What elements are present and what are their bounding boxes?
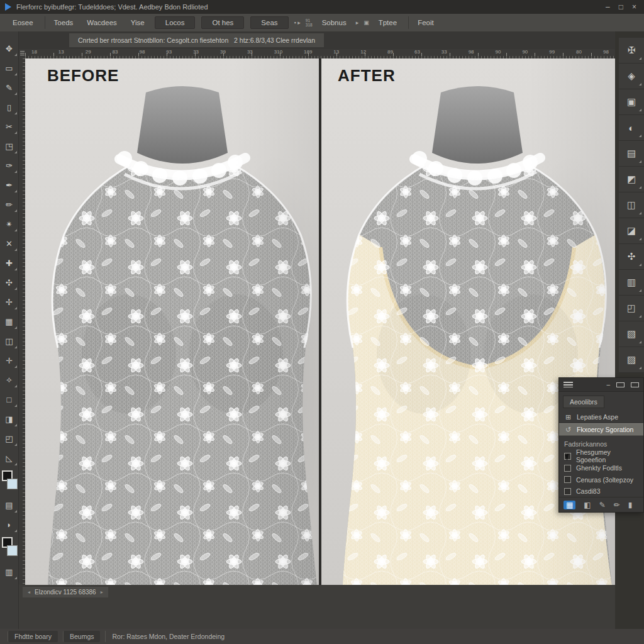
- tool-button[interactable]: ✴: [0, 214, 19, 234]
- tool-button[interactable]: ✛: [0, 351, 19, 370]
- status-bar-item[interactable]: Fhdtte boary: [8, 631, 58, 642]
- panel-toggle-button[interactable]: ◫: [619, 192, 644, 218]
- tool-button[interactable]: ✣: [0, 273, 19, 292]
- menu-item[interactable]: Ot hes: [201, 16, 244, 29]
- tool-button[interactable]: ▦: [0, 312, 19, 331]
- menu-item[interactable]: ▣: [362, 17, 371, 28]
- panel-toggle-button[interactable]: ◰: [619, 296, 644, 321]
- tool-icon: ✒: [6, 181, 13, 189]
- checkbox-row[interactable]: Ghenkty Fodltls: [559, 462, 643, 474]
- tool-button[interactable]: ✥: [0, 39, 19, 58]
- tool-button[interactable]: ✏: [0, 195, 19, 214]
- tool-button[interactable]: ▯: [0, 97, 19, 117]
- status-bar-item[interactable]: Beumgs: [63, 631, 101, 642]
- tool-button[interactable]: ✧: [0, 370, 19, 390]
- checkbox[interactable]: [564, 453, 571, 460]
- panel-toggle-button[interactable]: ▧: [619, 321, 644, 347]
- menu-item[interactable]: ▸: [354, 17, 361, 28]
- tool-button[interactable]: ▤: [0, 496, 19, 515]
- menu-item[interactable]: Locos: [155, 16, 196, 29]
- checkbox-row[interactable]: Fhesgumey Sgoeefion: [559, 450, 643, 462]
- panel-footer-icon[interactable]: ✎: [599, 501, 606, 509]
- menu-item[interactable]: Wacdees: [80, 16, 123, 29]
- next-arrow-icon[interactable]: ▸: [101, 589, 103, 595]
- menu-item[interactable]: Yise: [125, 16, 151, 29]
- ruler-number: 39: [220, 49, 226, 55]
- zoom-status-chip[interactable]: ◂ Elzondicv 1125 68386 ▸: [23, 587, 108, 597]
- tool-button[interactable]: ◫: [0, 331, 19, 351]
- panel-toggle-button[interactable]: ▤: [619, 141, 644, 167]
- document-tab[interactable]: Cnrted ber rtrosart Stnotbllon: Cesgolt.…: [69, 33, 324, 47]
- menu-item[interactable]: 91 318: [304, 18, 314, 27]
- panel-close-button[interactable]: [631, 382, 639, 387]
- panel-footer-icon[interactable]: ◧: [584, 501, 591, 509]
- panel-toggle-button[interactable]: ◐: [619, 115, 644, 141]
- menu-item[interactable]: Seas: [250, 16, 288, 29]
- panel-toggle-button[interactable]: ✠: [619, 38, 644, 64]
- ruler-number: 13: [333, 49, 339, 55]
- ruler-number: 33: [247, 49, 253, 55]
- panel-icon: ◈: [628, 70, 635, 82]
- panel-toggle-button[interactable]: ✣: [619, 244, 644, 270]
- panel-footer-icon[interactable]: ✏: [614, 501, 620, 509]
- menu-item[interactable]: Toeds: [45, 16, 80, 29]
- panel-footer-icon[interactable]: ▦: [564, 501, 575, 509]
- checkbox[interactable]: [564, 476, 571, 483]
- minimize-button[interactable]: –: [606, 3, 610, 11]
- tool-button[interactable]: □: [0, 390, 19, 409]
- maximize-button[interactable]: □: [619, 3, 623, 11]
- background-color-swatch[interactable]: [7, 479, 18, 489]
- action-icon: ⊞: [564, 413, 572, 421]
- color-swatches[interactable]: [0, 468, 19, 496]
- close-button[interactable]: ×: [632, 3, 636, 11]
- before-after-photo: [25, 58, 615, 585]
- tool-button[interactable]: ✎: [0, 78, 19, 97]
- checkbox[interactable]: [564, 465, 571, 472]
- menu-item[interactable]: Sobnus: [316, 16, 353, 29]
- menu-item[interactable]: Feoit: [408, 16, 440, 29]
- panel-toggle-button[interactable]: ▨: [619, 347, 644, 373]
- menu-item[interactable]: Eosee: [6, 16, 40, 29]
- tool-button[interactable]: ✕: [0, 234, 19, 253]
- status-bar-item[interactable]: Ror: Ratses Mdon, Deater Erdondeing: [105, 631, 231, 642]
- tool-button[interactable]: ◳: [0, 136, 19, 156]
- checkbox-row[interactable]: Cenuras (3oltepzoy: [559, 474, 643, 486]
- menu-item[interactable]: Tptee: [372, 16, 403, 29]
- document-canvas[interactable]: BEFORE AFTER: [25, 58, 615, 585]
- panel-icon: ▨: [627, 354, 636, 365]
- tool-button[interactable]: ◗: [0, 515, 19, 535]
- panel-icon: ▣: [627, 96, 636, 108]
- panel-toggle-button[interactable]: ◩: [619, 167, 644, 192]
- panel-tab[interactable]: Aeoolibrs: [563, 396, 604, 408]
- panel-collapse-button[interactable]: –: [606, 382, 610, 388]
- tool-button[interactable]: ✒: [0, 175, 19, 195]
- panel-restore-button[interactable]: [616, 382, 625, 387]
- checkbox[interactable]: [564, 488, 571, 495]
- color-swatches-secondary[interactable]: [0, 535, 19, 562]
- tool-button[interactable]: ▭: [0, 58, 19, 78]
- panel-toggle-button[interactable]: ◈: [619, 64, 644, 89]
- checkbox-row[interactable]: Casdi83: [559, 486, 643, 497]
- panel-section-title: Fadsrickannos: [559, 436, 643, 450]
- panel-menu-icon[interactable]: [564, 382, 573, 387]
- tool-button[interactable]: ✢: [0, 292, 19, 312]
- ruler-origin-icon: [20, 51, 25, 56]
- tool-button[interactable]: ◰: [0, 429, 19, 448]
- panel-footer-icon[interactable]: ▮: [628, 501, 633, 509]
- tool-button[interactable]: ✑: [0, 156, 19, 175]
- tool-button[interactable]: ✂: [0, 117, 19, 136]
- tool-button[interactable]: ◨: [0, 409, 19, 429]
- background-color-swatch[interactable]: [7, 545, 18, 556]
- panel-toggle-button[interactable]: ◪: [619, 218, 644, 244]
- action-row[interactable]: ⊞ Lepaties Aspe: [559, 411, 643, 423]
- menu-item[interactable]: ▪ ▸: [292, 17, 303, 28]
- tool-button[interactable]: ✚: [0, 253, 19, 273]
- action-row[interactable]: ↺ Fkxoercy Sgoration: [559, 423, 643, 436]
- tool-button[interactable]: ▥: [0, 562, 19, 582]
- ruler-number: 310: [274, 49, 282, 55]
- tool-button[interactable]: ◺: [0, 448, 19, 468]
- checkbox-label: Cenuras (3oltepzoy: [576, 476, 633, 484]
- panel-toggle-button[interactable]: ▣: [619, 89, 644, 115]
- panel-toggle-button[interactable]: ▥: [619, 270, 644, 296]
- prev-arrow-icon[interactable]: ◂: [28, 589, 30, 595]
